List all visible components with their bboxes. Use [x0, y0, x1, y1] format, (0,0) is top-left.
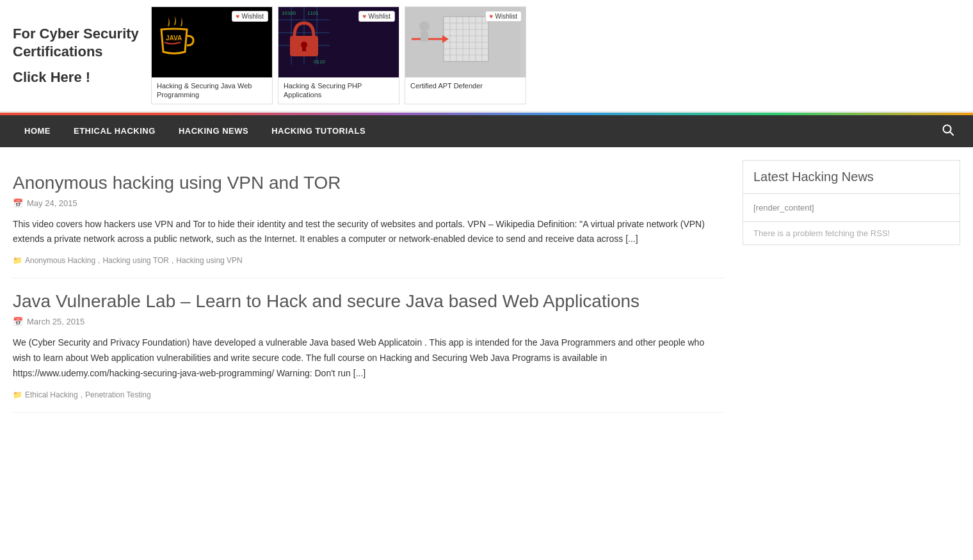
svg-line-32	[950, 132, 953, 135]
widget-error: There is a problem fetching the RSS!	[743, 221, 960, 244]
course-image-java: ♥ Wishlist JAVA	[152, 7, 272, 77]
article-1-categories: 📁 Anonymous Hacking, Hacking using TOR, …	[13, 256, 723, 265]
render-placeholder: [render_content]	[753, 203, 814, 212]
article-1-title-link[interactable]: Anonymous hacking using VPN and TOR	[13, 173, 341, 193]
search-icon[interactable]	[936, 124, 960, 138]
course-card-php[interactable]: ♥ Wishlist	[278, 6, 399, 104]
course-label-php: Hacking & Securing PHP Applications	[278, 77, 399, 104]
course-label-java: Hacking & Securing Java Web Programming	[152, 77, 272, 104]
course-image-apt: ♥ Wishlist	[405, 7, 526, 77]
sidebar: Latest Hacking News [render_content] The…	[743, 160, 960, 413]
svg-text:JAVA: JAVA	[166, 35, 182, 42]
category-hacking-vpn[interactable]: Hacking using VPN	[176, 256, 242, 265]
course-cards: ♥ Wishlist JAVA Hacking & Securing Java …	[151, 6, 526, 104]
article-2: Java Vulnerable Lab – Learn to Hack and …	[13, 278, 723, 412]
main-layout: Anonymous hacking using VPN and TOR 📅 Ma…	[0, 147, 973, 426]
course-card-apt[interactable]: ♥ Wishlist	[405, 6, 526, 104]
article-2-title: Java Vulnerable Lab – Learn to Hack and …	[13, 291, 723, 312]
article-2-categories: 📁 Ethical Hacking, Penetration Testing	[13, 390, 723, 399]
calendar-icon-1: 📅	[13, 198, 23, 208]
widget-content: [render_content]	[743, 194, 960, 221]
svg-point-29	[419, 21, 430, 31]
svg-text:0110: 0110	[314, 59, 325, 65]
promo-title: For Cyber Security Certifications	[13, 25, 141, 61]
article-1-date: May 24, 2015	[27, 198, 77, 208]
article-2-date: March 25, 2015	[27, 317, 84, 326]
wishlist-badge-php[interactable]: ♥ Wishlist	[358, 11, 395, 22]
nav-home[interactable]: HOME	[13, 115, 62, 147]
article-2-excerpt: We (Cyber Security and Privacy Foundatio…	[13, 335, 723, 381]
article-1-excerpt: This video covers how hackers use VPN an…	[13, 217, 723, 248]
navigation: HOME ETHICAL HACKING HACKING NEWS HACKIN…	[0, 115, 973, 147]
article-1-title: Anonymous hacking using VPN and TOR	[13, 173, 723, 193]
calendar-icon-2: 📅	[13, 317, 23, 326]
svg-rect-30	[421, 31, 428, 42]
promo-text: For Cyber Security Certifications Click …	[13, 25, 141, 86]
heart-icon-apt: ♥	[490, 13, 494, 20]
svg-rect-14	[444, 17, 488, 61]
category-penetration-testing[interactable]: Penetration Testing	[85, 390, 151, 399]
nav-ethical-hacking[interactable]: ETHICAL HACKING	[62, 115, 167, 147]
svg-text:10100: 10100	[282, 10, 296, 16]
java-logo-icon: JAVA	[152, 7, 197, 65]
article-2-title-link[interactable]: Java Vulnerable Lab – Learn to Hack and …	[13, 291, 639, 311]
widget-title: Latest Hacking News	[743, 161, 960, 194]
course-image-php: ♥ Wishlist	[278, 7, 399, 77]
category-ethical-hacking[interactable]: Ethical Hacking	[25, 390, 78, 399]
heart-icon-php: ♥	[363, 13, 367, 20]
category-hacking-tor[interactable]: Hacking using TOR	[102, 256, 169, 265]
course-card-java[interactable]: ♥ Wishlist JAVA Hacking & Securing Java …	[151, 6, 273, 104]
nav-hacking-news[interactable]: HACKING NEWS	[167, 115, 260, 147]
svg-text:1101: 1101	[307, 10, 319, 16]
folder-icon-1: 📁	[13, 256, 22, 265]
article-1-meta: 📅 May 24, 2015	[13, 198, 723, 208]
course-label-apt: Certified APT Defender	[405, 77, 526, 94]
php-lock-icon: 10100 1101 0110	[278, 7, 330, 65]
nav-hacking-tutorials[interactable]: HACKING TUTORIALS	[260, 115, 377, 147]
header-banner: For Cyber Security Certifications Click …	[0, 0, 973, 113]
promo-cta[interactable]: Click Here !	[13, 69, 141, 86]
article-2-meta: 📅 March 25, 2015	[13, 317, 723, 326]
latest-hacking-news-widget: Latest Hacking News [render_content] The…	[743, 160, 960, 245]
folder-icon-2: 📁	[13, 390, 22, 399]
wishlist-badge-apt[interactable]: ♥ Wishlist	[485, 11, 522, 22]
svg-rect-9	[302, 45, 306, 51]
wishlist-badge-java[interactable]: ♥ Wishlist	[232, 11, 268, 22]
main-content: Anonymous hacking using VPN and TOR 📅 Ma…	[13, 160, 723, 413]
article-1: Anonymous hacking using VPN and TOR 📅 Ma…	[13, 160, 723, 279]
category-anonymous-hacking[interactable]: Anonymous Hacking	[25, 256, 95, 265]
heart-icon: ♥	[236, 13, 240, 20]
